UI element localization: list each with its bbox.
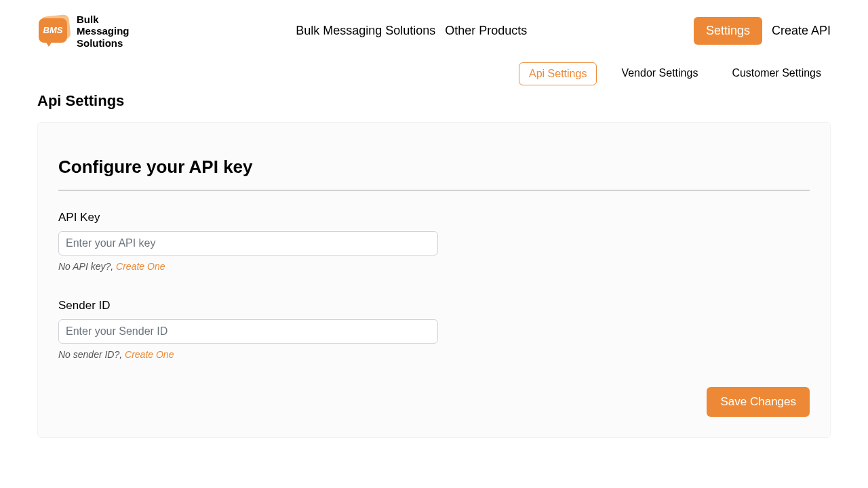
api-key-helper: No API key?, Create One bbox=[58, 261, 810, 272]
nav-center: Bulk Messaging Solutions Other Products bbox=[296, 24, 527, 38]
brand-logo-icon: BMS bbox=[37, 14, 71, 48]
nav-right: Settings Create API bbox=[694, 17, 831, 45]
panel-actions: Save Changes bbox=[58, 387, 810, 417]
page-title: Api Settings bbox=[37, 92, 831, 110]
save-changes-button[interactable]: Save Changes bbox=[707, 387, 810, 417]
top-header: BMS Bulk Messaging Solutions Bulk Messag… bbox=[37, 0, 831, 62]
brand-logo[interactable]: BMS Bulk Messaging Solutions bbox=[37, 14, 130, 49]
field-group-api-key: API Key No API key?, Create One bbox=[58, 211, 810, 272]
subnav-item-vendor-settings[interactable]: Vendor Settings bbox=[612, 62, 707, 85]
create-api-key-link[interactable]: Create One bbox=[116, 261, 165, 272]
subnav-item-customer-settings[interactable]: Customer Settings bbox=[722, 62, 831, 85]
panel-divider bbox=[58, 190, 810, 190]
create-sender-id-link[interactable]: Create One bbox=[125, 349, 174, 360]
panel-title: Configure your API key bbox=[58, 157, 810, 178]
settings-button[interactable]: Settings bbox=[694, 17, 762, 45]
settings-panel: Configure your API key API Key No API ke… bbox=[37, 122, 831, 438]
create-api-link[interactable]: Create API bbox=[772, 24, 831, 38]
sender-id-input[interactable] bbox=[58, 319, 438, 344]
nav-link-other-products[interactable]: Other Products bbox=[445, 24, 527, 38]
subnav: Api Settings Vendor Settings Customer Se… bbox=[37, 62, 831, 85]
sender-id-label: Sender ID bbox=[58, 299, 810, 312]
nav-link-bulk-messaging[interactable]: Bulk Messaging Solutions bbox=[296, 24, 435, 38]
field-group-sender-id: Sender ID No sender ID?, Create One bbox=[58, 299, 810, 360]
subnav-item-api-settings[interactable]: Api Settings bbox=[519, 62, 597, 85]
api-key-label: API Key bbox=[58, 211, 810, 224]
brand-logo-text: Bulk Messaging Solutions bbox=[77, 14, 130, 49]
sender-id-helper: No sender ID?, Create One bbox=[58, 349, 810, 360]
api-key-input[interactable] bbox=[58, 231, 438, 256]
